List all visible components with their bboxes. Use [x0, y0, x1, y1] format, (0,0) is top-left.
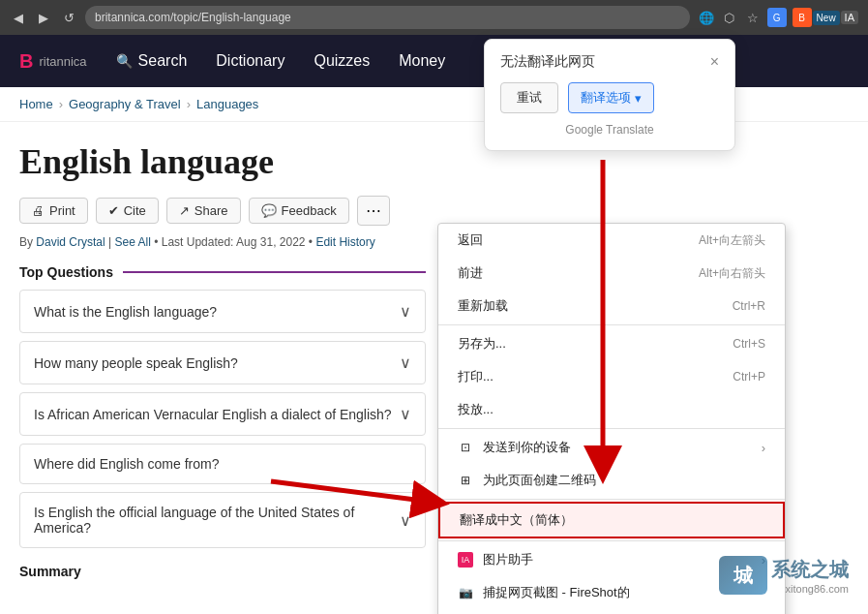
- ia-badge: IA: [841, 11, 858, 24]
- ctx-forward-label: 前进: [458, 264, 483, 282]
- nav-money[interactable]: Money: [399, 52, 445, 70]
- translate-title: 无法翻译此网页: [500, 53, 595, 71]
- faq-text-5: Is English the official language of the …: [34, 505, 400, 536]
- ctx-saveas-shortcut: Ctrl+S: [733, 337, 765, 351]
- feedback-icon: 💬: [261, 203, 277, 218]
- ctx-translate-label: 翻译成中文（简体）: [460, 511, 573, 529]
- watermark-main: 系统之城: [771, 557, 849, 583]
- device-icon: ⊡: [458, 440, 473, 455]
- article-actions: 🖨 Print ✔ Cite ↗ Share 💬 Feedback ⋯: [19, 196, 849, 226]
- faq-item-4[interactable]: Where did English come from?: [19, 444, 426, 484]
- faq-item-3[interactable]: Is African American Vernacular English a…: [19, 392, 426, 436]
- ctx-jd[interactable]: 🐾 京推推京东小助手: [438, 609, 785, 614]
- ctx-cast[interactable]: 投放...: [438, 393, 785, 426]
- ctx-reload-shortcut: Ctrl+R: [733, 299, 765, 313]
- cite-button[interactable]: ✔ Cite: [96, 198, 159, 224]
- watermark-icon: 城: [733, 563, 753, 589]
- nav-quizzes-label: Quizzes: [314, 52, 370, 70]
- ctx-back[interactable]: 返回 Alt+向左箭头: [438, 224, 785, 257]
- nav-dictionary[interactable]: Dictionary: [216, 52, 284, 70]
- cite-label: Cite: [124, 203, 146, 218]
- watermark: 城 系统之城 xitong86.com: [719, 556, 849, 595]
- ctx-divider-4: [438, 540, 785, 541]
- faq-text-4: Where did English come from?: [34, 456, 219, 472]
- faq-item-1[interactable]: What is the English language? ∨: [19, 290, 426, 333]
- ext-icon-new[interactable]: New: [818, 9, 835, 26]
- share-button[interactable]: ↗ Share: [166, 198, 241, 224]
- bookmark-icon[interactable]: ☆: [744, 9, 762, 26]
- retry-button[interactable]: 重试: [500, 82, 558, 113]
- nav-logo: Britannica: [19, 50, 87, 73]
- ctx-divider-2: [438, 428, 785, 429]
- share-icon: ↗: [179, 203, 190, 218]
- chevron-down-icon: ▾: [635, 91, 642, 106]
- faq-arrow-2: ∨: [400, 353, 411, 372]
- ext-icon-1[interactable]: G: [767, 8, 787, 27]
- faq-text-2: How many people speak English?: [34, 355, 238, 371]
- sep2: ›: [187, 97, 191, 111]
- faq-item-2[interactable]: How many people speak English? ∨: [19, 341, 426, 384]
- share-label: Share: [195, 203, 228, 218]
- translate-close-button[interactable]: ×: [710, 53, 719, 71]
- url-bar[interactable]: britannica.com/topic/English-language: [85, 6, 690, 29]
- translate-brand: Google Translate: [500, 123, 719, 137]
- ctx-forward-shortcut: Alt+向右箭头: [699, 265, 765, 282]
- print-label: Print: [49, 203, 75, 218]
- ctx-cast-label: 投放...: [458, 401, 494, 418]
- url-text: britannica.com/topic/English-language: [95, 11, 291, 24]
- cite-icon: ✔: [108, 203, 119, 218]
- ctx-reload[interactable]: 重新加载 Ctrl+R: [438, 290, 785, 322]
- faq-arrow-5: ∨: [400, 511, 411, 530]
- breadcrumb-home[interactable]: Home: [19, 97, 53, 111]
- browser-bar: ◀ ▶ ↺ britannica.com/topic/English-langu…: [0, 0, 868, 35]
- translate-icon[interactable]: 🌐: [698, 9, 715, 26]
- browser-toolbar: 🌐 ⬡ ☆ G B New IA: [698, 8, 858, 27]
- ext-icon-2[interactable]: B: [793, 8, 812, 27]
- breadcrumb-category[interactable]: Geography & Travel: [69, 97, 181, 111]
- top-questions: Top Questions What is the English langua…: [19, 264, 426, 548]
- ctx-forward[interactable]: 前进 Alt+向右箭头: [438, 257, 785, 290]
- nav-quizzes[interactable]: Quizzes: [314, 52, 370, 70]
- nav-search[interactable]: 🔍 Search: [116, 52, 188, 70]
- ctx-print[interactable]: 打印... Ctrl+P: [438, 360, 785, 393]
- ctx-img-helper-label: 图片助手: [483, 551, 533, 568]
- ctx-qrcode[interactable]: ⊞ 为此页面创建二维码: [438, 464, 785, 497]
- ctx-print-label: 打印...: [458, 368, 494, 385]
- ctx-send-device[interactable]: ⊡ 发送到你的设备 ›: [438, 431, 785, 464]
- more-button[interactable]: ⋯: [357, 196, 390, 226]
- share-icon[interactable]: ⬡: [721, 9, 738, 26]
- ia-icon: IA: [458, 552, 473, 568]
- author-link[interactable]: David Crystal: [36, 235, 105, 249]
- faq-item-5[interactable]: Is English the official language of the …: [19, 492, 426, 548]
- ctx-send-device-inner: ⊡ 发送到你的设备: [458, 439, 571, 456]
- breadcrumb-subcategory[interactable]: Languages: [196, 97, 258, 111]
- translate-options-button[interactable]: 翻译选项 ▾: [568, 82, 654, 113]
- faq-text-3: Is African American Vernacular English a…: [34, 407, 392, 422]
- nav-money-label: Money: [399, 52, 445, 70]
- feedback-button[interactable]: 💬 Feedback: [249, 198, 349, 224]
- ctx-saveas[interactable]: 另存为... Ctrl+S: [438, 327, 785, 360]
- see-all-link[interactable]: See All: [115, 235, 151, 249]
- sep1: ›: [59, 97, 63, 111]
- ctx-fireshot-label: 捕捉网页截图 - FireShot的: [483, 584, 630, 601]
- ctx-back-shortcut: Alt+向左箭头: [699, 232, 765, 249]
- edit-history-link[interactable]: Edit History: [315, 235, 374, 249]
- ctx-send-device-label: 发送到你的设备: [483, 439, 571, 456]
- ctx-translate[interactable]: 翻译成中文（简体）: [438, 502, 785, 538]
- section-title: Top Questions: [19, 264, 426, 280]
- faq-arrow-3: ∨: [400, 405, 411, 423]
- reload-icon[interactable]: ↺: [60, 9, 77, 26]
- back-icon[interactable]: ◀: [10, 9, 27, 26]
- nav-search-label: Search: [138, 52, 188, 70]
- ctx-qrcode-inner: ⊞ 为此页面创建二维码: [458, 472, 596, 489]
- forward-icon[interactable]: ▶: [35, 9, 52, 26]
- watermark-sub: xitong86.com: [771, 583, 849, 595]
- translate-popup: 无法翻译此网页 × 重试 翻译选项 ▾ Google Translate: [484, 39, 735, 151]
- ctx-saveas-label: 另存为...: [458, 335, 506, 353]
- print-button[interactable]: 🖨 Print: [19, 198, 88, 224]
- fireshot-icon: 📷: [458, 585, 473, 600]
- ctx-send-device-arrow: ›: [762, 441, 765, 455]
- faq-arrow-1: ∨: [400, 302, 411, 321]
- breadcrumb: Home › Geography & Travel › Languages: [0, 87, 868, 122]
- ctx-divider-3: [438, 499, 785, 500]
